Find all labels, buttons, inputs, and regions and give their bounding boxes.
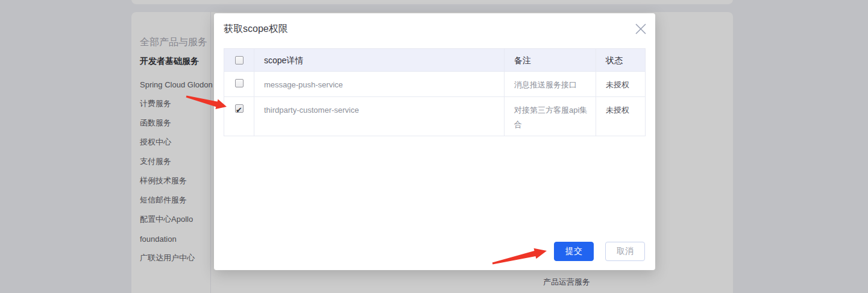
dialog-footer: 提交 取消 xyxy=(554,242,645,261)
scope-remark: 消息推送服务接口 xyxy=(505,72,596,97)
scope-name: message-push-service xyxy=(254,72,505,97)
submit-button[interactable]: 提交 xyxy=(554,242,594,261)
column-header-scope: scope详情 xyxy=(254,49,505,72)
scope-table: scope详情 备注 状态 message-push-service 消息推送服… xyxy=(224,48,646,136)
table-row: message-push-service 消息推送服务接口 未授权 xyxy=(224,72,646,97)
close-icon[interactable] xyxy=(633,21,649,37)
dialog-title: 获取scope权限 xyxy=(224,22,288,36)
scope-status: 未授权 xyxy=(596,72,646,97)
scope-remark: 对接第三方客服api集合 xyxy=(505,97,596,136)
cancel-button[interactable]: 取消 xyxy=(605,242,645,261)
scope-status: 未授权 xyxy=(596,97,646,136)
row-checkbox[interactable] xyxy=(235,79,244,87)
scope-permission-dialog: 获取scope权限 scope详情 备注 状态 message-push-ser… xyxy=(214,13,655,270)
select-all-checkbox[interactable] xyxy=(235,56,244,65)
scope-name: thirdparty-customer-service xyxy=(254,97,505,136)
row-checkbox[interactable] xyxy=(235,104,244,113)
column-header-remark: 备注 xyxy=(505,49,596,72)
table-header-row: scope详情 备注 状态 xyxy=(224,49,646,72)
column-header-status: 状态 xyxy=(596,49,646,72)
table-row: thirdparty-customer-service 对接第三方客服api集合… xyxy=(224,97,646,136)
